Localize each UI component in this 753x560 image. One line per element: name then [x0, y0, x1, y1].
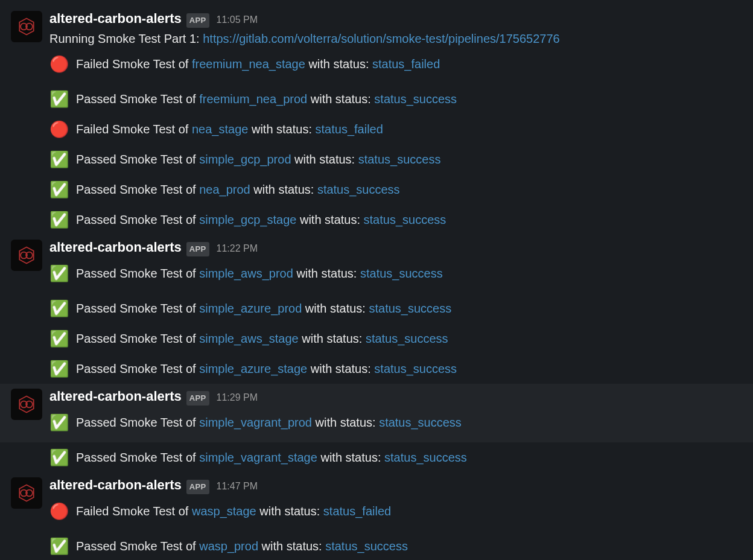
- intro-text: Running Smoke Test Part 1: https://gitla…: [49, 30, 742, 48]
- test-status-link[interactable]: status_success: [366, 332, 448, 345]
- check-mark-icon: ✅: [49, 361, 69, 377]
- sender-avatar[interactable]: [11, 477, 42, 509]
- test-status-link[interactable]: status_success: [384, 451, 467, 464]
- intro-prefix: Running Smoke Test Part 1:: [49, 32, 203, 45]
- test-result-text: Passed Smoke Test of simple_gcp_stage wi…: [76, 211, 446, 229]
- sender-avatar[interactable]: [11, 389, 42, 420]
- chat-message: altered-carbon-alertsAPP11:47 PM🔴Failed …: [0, 472, 753, 531]
- message-timestamp[interactable]: 11:22 PM: [217, 241, 258, 256]
- test-result-line: 🔴Failed Smoke Test of nea_stage with sta…: [0, 114, 753, 144]
- bot-avatar-icon: [16, 16, 37, 37]
- test-prefix: Passed Smoke Test of: [76, 183, 199, 196]
- red-circle-icon: 🔴: [49, 121, 69, 137]
- test-prefix: Passed Smoke Test of: [76, 267, 199, 280]
- with-status-text: with status:: [248, 122, 315, 136]
- test-prefix: Passed Smoke Test of: [76, 332, 199, 345]
- test-result-line: ✅Passed Smoke Test of simple_aws_prod wi…: [49, 258, 742, 288]
- test-target-link[interactable]: simple_azure_prod: [199, 302, 302, 315]
- test-status-link[interactable]: status_success: [364, 213, 446, 226]
- sender-name[interactable]: altered-carbon-alerts: [49, 386, 182, 406]
- test-result-text: Passed Smoke Test of simple_vagrant_prod…: [76, 413, 462, 431]
- test-prefix: Passed Smoke Test of: [76, 362, 199, 375]
- bot-avatar-icon: [16, 482, 37, 504]
- test-target-link[interactable]: simple_aws_stage: [199, 332, 299, 345]
- test-target-link[interactable]: simple_aws_prod: [199, 267, 293, 280]
- check-mark-icon: ✅: [49, 301, 69, 316]
- test-result-line: ✅Passed Smoke Test of simple_vagrant_pro…: [49, 407, 742, 438]
- sender-name[interactable]: altered-carbon-alerts: [49, 475, 182, 495]
- test-status-link[interactable]: status_success: [360, 267, 443, 280]
- test-result-text: Passed Smoke Test of simple_vagrant_stag…: [76, 448, 467, 466]
- test-status-link[interactable]: status_success: [358, 153, 441, 166]
- check-mark-icon: ✅: [49, 450, 69, 465]
- test-result-text: Passed Smoke Test of simple_azure_prod w…: [76, 299, 451, 317]
- test-status-link[interactable]: status_failed: [323, 504, 391, 518]
- chat-message: altered-carbon-alertsAPP11:05 PMRunning …: [0, 6, 753, 84]
- test-status-link[interactable]: status_failed: [316, 122, 383, 136]
- messages-container: altered-carbon-alertsAPP11:05 PMRunning …: [0, 6, 753, 560]
- test-result-text: Passed Smoke Test of freemium_nea_prod w…: [76, 90, 457, 108]
- message-content: altered-carbon-alertsAPP11:47 PM🔴Failed …: [49, 475, 742, 526]
- message-header: altered-carbon-alertsAPP11:05 PM: [49, 8, 742, 28]
- check-mark-icon: ✅: [49, 182, 69, 197]
- bot-avatar-icon: [16, 244, 37, 266]
- with-status-text: with status:: [291, 153, 358, 166]
- with-status-text: with status:: [250, 183, 317, 196]
- pipeline-link[interactable]: https://gitlab.com/volterra/solution/smo…: [203, 32, 559, 45]
- test-target-link[interactable]: simple_vagrant_stage: [199, 451, 317, 464]
- test-prefix: Passed Smoke Test of: [76, 302, 199, 315]
- test-target-link[interactable]: wasp_prod: [199, 539, 258, 553]
- test-status-link[interactable]: status_success: [317, 183, 400, 196]
- sender-name[interactable]: altered-carbon-alerts: [49, 237, 182, 257]
- test-result-text: Passed Smoke Test of simple_gcp_prod wit…: [76, 150, 440, 168]
- test-status-link[interactable]: status_success: [369, 302, 451, 315]
- test-status-link[interactable]: status_success: [374, 362, 457, 375]
- test-target-link[interactable]: simple_vagrant_prod: [199, 416, 312, 429]
- test-prefix: Failed Smoke Test of: [76, 122, 192, 136]
- chat-message: altered-carbon-alertsAPP11:22 PM✅Passed …: [0, 235, 753, 293]
- test-result-line: 🔴Failed Smoke Test of freemium_nea_stage…: [49, 49, 742, 79]
- check-mark-icon: ✅: [49, 91, 69, 107]
- test-status-link[interactable]: status_failed: [372, 57, 440, 71]
- message-content: altered-carbon-alertsAPP11:29 PM✅Passed …: [49, 386, 742, 438]
- sender-name[interactable]: altered-carbon-alerts: [49, 8, 182, 28]
- test-status-link[interactable]: status_success: [374, 92, 457, 106]
- test-prefix: Passed Smoke Test of: [76, 416, 199, 429]
- test-prefix: Passed Smoke Test of: [76, 451, 199, 464]
- test-status-link[interactable]: status_success: [325, 539, 408, 553]
- test-result-line: ✅Passed Smoke Test of simple_gcp_prod wi…: [0, 144, 753, 174]
- check-mark-icon: ✅: [49, 266, 69, 281]
- with-status-text: with status:: [317, 451, 384, 464]
- sender-avatar[interactable]: [11, 11, 42, 42]
- test-target-link[interactable]: nea_prod: [199, 183, 250, 196]
- test-result-text: Passed Smoke Test of simple_aws_stage wi…: [76, 329, 448, 348]
- with-status-text: with status:: [296, 213, 363, 226]
- test-result-line: ✅Passed Smoke Test of freemium_nea_prod …: [0, 84, 753, 114]
- test-prefix: Failed Smoke Test of: [76, 57, 192, 71]
- message-timestamp[interactable]: 11:47 PM: [217, 479, 258, 494]
- test-result-line: ✅Passed Smoke Test of simple_vagrant_sta…: [0, 442, 753, 472]
- test-prefix: Passed Smoke Test of: [76, 539, 199, 553]
- app-badge: APP: [186, 242, 209, 256]
- test-target-link[interactable]: wasp_stage: [192, 504, 256, 518]
- message-header: altered-carbon-alertsAPP11:47 PM: [49, 475, 742, 495]
- with-status-text: with status:: [258, 539, 325, 553]
- message-timestamp[interactable]: 11:05 PM: [217, 13, 258, 27]
- test-target-link[interactable]: simple_gcp_prod: [199, 153, 291, 166]
- test-target-link[interactable]: simple_gcp_stage: [199, 213, 296, 226]
- test-result-line: ✅Passed Smoke Test of wasp_prod with sta…: [0, 531, 753, 560]
- test-result-line: ✅Passed Smoke Test of simple_aws_stage w…: [0, 323, 753, 354]
- check-mark-icon: ✅: [49, 415, 69, 430]
- test-result-text: Failed Smoke Test of wasp_stage with sta…: [76, 502, 391, 520]
- message-timestamp[interactable]: 11:29 PM: [217, 390, 258, 405]
- test-target-link[interactable]: freemium_nea_prod: [199, 92, 307, 106]
- with-status-text: with status:: [293, 267, 360, 280]
- sender-avatar[interactable]: [11, 240, 42, 271]
- with-status-text: with status:: [302, 302, 369, 315]
- with-status-text: with status:: [307, 362, 374, 375]
- test-target-link[interactable]: nea_stage: [192, 122, 248, 136]
- test-target-link[interactable]: freemium_nea_stage: [192, 57, 305, 71]
- test-status-link[interactable]: status_success: [379, 416, 462, 429]
- test-target-link[interactable]: simple_azure_stage: [199, 362, 307, 375]
- app-badge: APP: [186, 391, 209, 406]
